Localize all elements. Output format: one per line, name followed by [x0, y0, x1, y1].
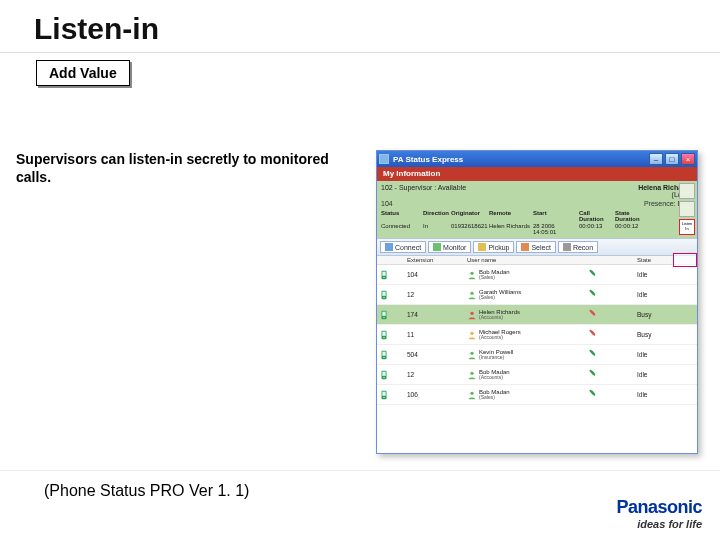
- col-call-duration: Call Duration: [579, 210, 615, 222]
- handset-cell: [587, 268, 637, 281]
- close-button[interactable]: ×: [681, 153, 695, 165]
- extension-cell: 504: [407, 351, 467, 358]
- brand-tagline: ideas for life: [616, 518, 702, 530]
- button-label: Select: [531, 244, 550, 251]
- handset-icon: [587, 368, 599, 378]
- svg-rect-21: [382, 371, 385, 375]
- brand-block: Panasonic ideas for life: [616, 497, 702, 530]
- toolbar: ConnectMonitorPickupSelectRecon: [377, 238, 697, 256]
- pickup-button[interactable]: Pickup: [473, 241, 514, 253]
- svg-point-10: [383, 316, 384, 317]
- table-row[interactable]: 106Bob Madan(Sales)Idle: [377, 385, 697, 405]
- monitor-button[interactable]: Monitor: [428, 241, 471, 253]
- phone-icon: [379, 370, 389, 380]
- table-row[interactable]: 104Bob Madan(Sales)Idle: [377, 265, 697, 285]
- svg-rect-25: [382, 391, 385, 395]
- user-cell: Bob Madan(Accounts): [467, 369, 587, 380]
- person-icon: [467, 310, 477, 320]
- person-icon: [467, 370, 477, 380]
- phone-icon: [379, 290, 389, 300]
- list-col-extension: Extension: [407, 257, 467, 263]
- col-status: Status: [381, 210, 423, 222]
- extension-cell: 11: [407, 331, 467, 338]
- select-button[interactable]: Select: [516, 241, 555, 253]
- col-start: Start: [533, 210, 579, 222]
- handset-icon: [587, 388, 599, 398]
- connect-button[interactable]: Connect: [380, 241, 426, 253]
- svg-point-19: [470, 351, 473, 354]
- call-grid-row[interactable]: Connected In 01932618621 Helen Richards …: [381, 222, 693, 236]
- state-cell: Idle: [637, 271, 667, 278]
- svg-rect-17: [382, 351, 385, 355]
- panasonic-logo: Panasonic: [616, 497, 702, 518]
- divider: [0, 52, 720, 53]
- listen-in-button[interactable]: Listen In: [679, 219, 695, 235]
- button-label: Monitor: [443, 244, 466, 251]
- minimize-button[interactable]: –: [649, 153, 663, 165]
- state-cell: Idle: [637, 391, 667, 398]
- side-action-1[interactable]: [679, 183, 695, 199]
- svg-point-15: [470, 331, 473, 334]
- button-label: Connect: [395, 244, 421, 251]
- col-direction: Direction: [423, 210, 451, 222]
- page-title: Listen-in: [0, 0, 720, 54]
- call-grid-header: Status Direction Originator Remote Start…: [381, 210, 693, 222]
- cell-direction: In: [423, 223, 451, 235]
- user-cell: Helen Richards(Accounts): [467, 309, 587, 320]
- connect-icon: [385, 243, 393, 251]
- supervisor-status: 102 - Supervisor : Available: [381, 184, 466, 198]
- svg-point-7: [470, 291, 473, 294]
- list-col-username: User name: [467, 257, 587, 263]
- info-panel: 102 - Supervisor : Available Helena Rich…: [377, 181, 697, 238]
- side-actions: Listen In: [677, 181, 697, 235]
- app-icon: [379, 154, 389, 164]
- phone-icon: [379, 310, 389, 320]
- table-row[interactable]: 12Garath Williams(Sales)Idle: [377, 285, 697, 305]
- button-label: Recon: [573, 244, 593, 251]
- svg-point-3: [470, 271, 473, 274]
- monitor-icon: [433, 243, 441, 251]
- app-window: PA Status Express – □ × My Information 1…: [376, 150, 698, 454]
- table-row[interactable]: 504Kevin Powell(Insurance)Idle: [377, 345, 697, 365]
- person-icon: [467, 330, 477, 340]
- user-cell: Michael Rogers(Accounts): [467, 329, 587, 340]
- user-cell: Kevin Powell(Insurance): [467, 349, 587, 360]
- extension-cell: 12: [407, 291, 467, 298]
- pickup-icon: [478, 243, 486, 251]
- state-cell: Idle: [637, 291, 667, 298]
- col-originator: Originator: [451, 210, 489, 222]
- version-caption: (Phone Status PRO Ver 1. 1): [44, 482, 249, 500]
- handset-icon: [587, 268, 599, 278]
- cell-state-duration: 00:00:12: [615, 223, 645, 235]
- divider: [0, 470, 720, 471]
- cell-remote: Helen Richards: [489, 223, 533, 235]
- svg-point-6: [383, 296, 384, 297]
- window-title: PA Status Express: [393, 155, 647, 164]
- table-row[interactable]: 174Helen Richards(Accounts)Busy: [377, 305, 697, 325]
- user-cell: Garath Williams(Sales): [467, 289, 587, 300]
- recon-button[interactable]: Recon: [558, 241, 598, 253]
- maximize-button[interactable]: □: [665, 153, 679, 165]
- svg-point-22: [383, 376, 384, 377]
- list-col-icon: [379, 257, 407, 263]
- cell-originator: 01932618621: [451, 223, 489, 235]
- table-row[interactable]: 11Michael Rogers(Accounts)Busy: [377, 325, 697, 345]
- list-col-state: State: [637, 257, 667, 263]
- description-text: Supervisors can listen-in secretly to mo…: [16, 150, 346, 186]
- table-row[interactable]: 12Bob Madan(Accounts)Idle: [377, 365, 697, 385]
- svg-point-2: [383, 276, 384, 277]
- person-icon: [467, 390, 477, 400]
- select-icon: [521, 243, 529, 251]
- person-icon: [467, 350, 477, 360]
- handset-icon: [587, 288, 599, 298]
- list-header: Extension User name State: [377, 256, 697, 265]
- phone-icon: [379, 390, 389, 400]
- cell-status: Connected: [381, 223, 423, 235]
- side-action-2[interactable]: [679, 201, 695, 217]
- state-cell: Busy: [637, 331, 667, 338]
- extension-cell: 12: [407, 371, 467, 378]
- handset-cell: [587, 288, 637, 301]
- handset-icon: [587, 308, 599, 318]
- handset-icon: [587, 328, 599, 338]
- button-label: Pickup: [488, 244, 509, 251]
